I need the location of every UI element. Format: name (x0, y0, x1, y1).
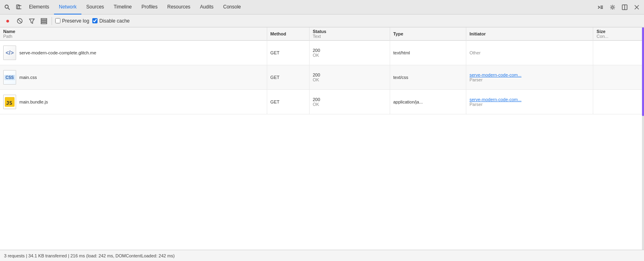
table-header-row: Name Path Method Status Text Type Initia… (0, 27, 644, 41)
toolbar-divider (52, 17, 52, 25)
disable-cache-checkbox-group[interactable]: Disable cache (92, 18, 129, 24)
cell-method-html: GET (267, 41, 309, 65)
disable-cache-label: Disable cache (99, 18, 129, 24)
svg-marker-14 (29, 19, 34, 23)
cell-name-css: CSS main.css (0, 65, 267, 90)
network-table: Name Path Method Status Text Type Initia… (0, 27, 644, 114)
css-file-icon: CSS (3, 70, 16, 85)
js-file-icon: JS (3, 95, 16, 109)
tab-timeline[interactable]: Timeline (109, 0, 137, 14)
html-file-icon: </> (3, 46, 16, 60)
col-header-name[interactable]: Name Path (0, 27, 267, 41)
col-header-type[interactable]: Type (390, 27, 466, 41)
cell-initiator-html: Other (466, 41, 593, 65)
network-toolbar: ● Preserve log Disable cache (0, 14, 644, 27)
svg-rect-15 (41, 19, 47, 20)
cell-status-html: 200 OK (309, 41, 390, 65)
top-nav: Elements Network Sources Timeline Profil… (0, 0, 644, 14)
table-row[interactable]: </> serve-modern-code-complete.glitch.me… (0, 41, 644, 65)
tab-audits[interactable]: Audits (195, 0, 218, 14)
svg-point-7 (612, 6, 614, 8)
cell-name-html: </> serve-modern-code-complete.glitch.me (0, 41, 267, 65)
cell-initiator-css: serve-modern-code-com... Parser (466, 65, 593, 90)
scrollbar-thumb[interactable] (642, 27, 644, 116)
tab-console[interactable]: Console (218, 0, 246, 14)
nav-right-icons (595, 2, 642, 13)
cell-method-js: GET (267, 90, 309, 114)
clear-button[interactable] (15, 17, 24, 25)
svg-rect-16 (41, 21, 47, 22)
col-header-status[interactable]: Status Text (309, 27, 390, 41)
status-bar-text: 3 requests | 34.1 KB transferred | 216 m… (4, 253, 175, 258)
cell-status-js: 200 OK (309, 90, 390, 114)
close-icon[interactable] (631, 2, 642, 13)
record-button[interactable]: ● (3, 17, 12, 25)
view-button[interactable] (39, 17, 48, 25)
cell-size-html (593, 41, 644, 65)
svg-text:JS: JS (6, 100, 12, 106)
dock-icon[interactable] (619, 2, 630, 13)
tab-elements[interactable]: Elements (24, 0, 54, 14)
scrollbar-track[interactable] (642, 27, 644, 250)
cell-name-js: JS main.bundle.js (0, 90, 267, 114)
svg-rect-17 (41, 23, 47, 24)
status-bar: 3 requests | 34.1 KB transferred | 216 m… (0, 250, 644, 261)
col-header-size[interactable]: Size Con... (593, 27, 644, 41)
col-header-initiator[interactable]: Initiator (466, 27, 593, 41)
tab-sources[interactable]: Sources (81, 0, 109, 14)
device-toggle-button[interactable] (13, 2, 24, 13)
execute-icon[interactable] (595, 2, 606, 13)
cell-status-css: 200 OK (309, 65, 390, 90)
svg-point-0 (5, 5, 8, 8)
cell-size-css (593, 65, 644, 90)
cell-type-html: text/html (390, 41, 466, 65)
network-table-container: Name Path Method Status Text Type Initia… (0, 27, 644, 250)
disable-cache-checkbox[interactable] (92, 18, 98, 23)
tab-network[interactable]: Network (54, 0, 81, 14)
cell-type-css: text/css (390, 65, 466, 90)
table-row[interactable]: CSS main.css GET 200 OK text/css serve-m… (0, 65, 644, 90)
cell-method-css: GET (267, 65, 309, 90)
preserve-log-checkbox-group[interactable]: Preserve log (55, 18, 89, 24)
cell-type-js: application/ja... (390, 90, 466, 114)
filter-button[interactable] (27, 17, 36, 25)
settings-icon[interactable] (607, 2, 618, 13)
search-button[interactable] (2, 2, 13, 13)
table-row[interactable]: JS main.bundle.js GET 200 OK application… (0, 90, 644, 114)
svg-line-1 (8, 8, 10, 9)
tab-resources[interactable]: Resources (162, 0, 195, 14)
tab-profiles[interactable]: Profiles (137, 0, 162, 14)
cell-initiator-js: serve-modern-code-com... Parser (466, 90, 593, 114)
svg-line-13 (18, 19, 21, 23)
preserve-log-label: Preserve log (62, 18, 89, 24)
cell-size-js (593, 90, 644, 114)
col-header-method[interactable]: Method (267, 27, 309, 41)
preserve-log-checkbox[interactable] (55, 18, 60, 23)
